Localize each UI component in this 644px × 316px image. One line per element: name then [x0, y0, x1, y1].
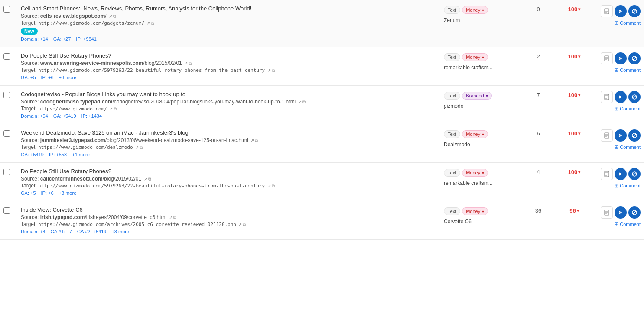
external-link-icon[interactable]: ↗: [135, 145, 139, 150]
score-dropdown-icon[interactable]: ▾: [577, 208, 579, 213]
row-checkbox[interactable]: [3, 207, 10, 214]
meta-item[interactable]: GA #2: +5419: [77, 229, 107, 234]
text-tag[interactable]: Text: [444, 6, 460, 14]
copy-icon[interactable]: ⧉: [173, 215, 176, 220]
send-button[interactable]: [615, 206, 627, 219]
block-button[interactable]: [628, 206, 641, 219]
dropdown-arrow-icon[interactable]: ▾: [482, 171, 484, 175]
external-link-icon[interactable]: ↗: [184, 61, 188, 66]
comment-link[interactable]: ⊞ Comment: [614, 20, 641, 26]
document-button[interactable]: [601, 168, 613, 180]
dropdown-arrow-icon[interactable]: ▾: [486, 94, 488, 98]
meta-item[interactable]: IP: +6: [41, 75, 54, 80]
send-button[interactable]: [615, 52, 627, 64]
meta-item[interactable]: +3 more: [59, 75, 77, 80]
copy-icon[interactable]: ⧉: [243, 222, 246, 227]
send-button[interactable]: [615, 168, 627, 180]
send-button[interactable]: [615, 5, 627, 17]
branded-tag[interactable]: Branded▾: [462, 92, 492, 100]
score-dropdown-icon[interactable]: ▾: [578, 7, 580, 12]
copy-icon[interactable]: ⧉: [272, 68, 275, 73]
text-tag[interactable]: Text: [444, 92, 460, 100]
dropdown-arrow-icon[interactable]: ▾: [482, 8, 484, 13]
text-tag[interactable]: Text: [444, 169, 460, 177]
score-dropdown-icon[interactable]: ▾: [578, 54, 580, 59]
external-link-icon[interactable]: ↗: [144, 177, 147, 181]
document-button[interactable]: [601, 206, 613, 219]
score-dropdown-icon[interactable]: ▾: [578, 170, 580, 174]
external-link-icon[interactable]: ↗: [109, 106, 113, 111]
block-button[interactable]: [628, 5, 641, 17]
document-button[interactable]: [601, 5, 613, 17]
money-tag[interactable]: Money▾: [462, 53, 488, 61]
text-tag[interactable]: Text: [444, 130, 460, 138]
dropdown-arrow-icon[interactable]: ▾: [482, 55, 484, 60]
block-button[interactable]: [628, 129, 641, 142]
meta-item[interactable]: +3 more: [59, 190, 77, 196]
meta-item[interactable]: IP: +1434: [81, 113, 102, 119]
row-checkbox[interactable]: [3, 53, 10, 60]
score-value[interactable]: 96 ▾: [555, 207, 594, 214]
document-button[interactable]: [601, 91, 613, 103]
score-value[interactable]: 100 ▾: [555, 53, 594, 60]
copy-icon[interactable]: ⧉: [189, 61, 192, 66]
copy-icon[interactable]: ⧉: [140, 145, 143, 150]
external-link-icon[interactable]: ↗: [298, 100, 302, 104]
copy-icon[interactable]: ⧉: [272, 184, 275, 188]
comment-link[interactable]: ⊞ Comment: [614, 67, 641, 73]
row-checkbox[interactable]: [3, 6, 10, 13]
money-tag[interactable]: Money▾: [462, 169, 488, 177]
send-button[interactable]: [615, 129, 627, 142]
money-tag[interactable]: Money▾: [462, 130, 488, 138]
comment-link[interactable]: ⊞ Comment: [614, 144, 641, 150]
comment-link[interactable]: ⊞ Comment: [614, 183, 641, 189]
meta-item[interactable]: IP: +9841: [76, 36, 96, 42]
meta-item[interactable]: +1 more: [72, 152, 90, 157]
comment-link[interactable]: ⊞ Comment: [614, 106, 641, 112]
text-tag[interactable]: Text: [444, 53, 460, 61]
score-dropdown-icon[interactable]: ▾: [578, 131, 580, 136]
score-dropdown-icon[interactable]: ▾: [578, 93, 580, 97]
row-checkbox[interactable]: [3, 169, 10, 175]
meta-item[interactable]: Domain: +94: [21, 113, 48, 119]
document-button[interactable]: [601, 129, 613, 142]
meta-item[interactable]: GA: +5419: [21, 152, 44, 157]
meta-item[interactable]: Domain: +14: [21, 36, 48, 42]
copy-icon[interactable]: ⧉: [113, 14, 116, 19]
meta-item[interactable]: GA: +5: [21, 190, 36, 196]
score-value[interactable]: 100 ▾: [555, 169, 594, 175]
external-link-icon[interactable]: ↗: [146, 21, 150, 26]
meta-item[interactable]: GA: +27: [53, 36, 71, 42]
comment-link[interactable]: ⊞ Comment: [614, 221, 641, 227]
score-value[interactable]: 100 ▾: [555, 92, 594, 98]
score-value[interactable]: 100 ▾: [555, 6, 594, 13]
external-link-icon[interactable]: ↗: [169, 215, 172, 220]
external-link-icon[interactable]: ↗: [250, 138, 254, 143]
block-button[interactable]: [628, 52, 641, 64]
copy-icon[interactable]: ⧉: [255, 138, 258, 143]
send-button[interactable]: [615, 91, 627, 103]
money-tag[interactable]: Money▾: [462, 6, 488, 14]
meta-item[interactable]: GA: +5: [21, 75, 36, 80]
meta-item[interactable]: +3 more: [111, 229, 129, 234]
copy-icon[interactable]: ⧉: [114, 106, 117, 111]
dropdown-arrow-icon[interactable]: ▾: [482, 209, 484, 214]
copy-icon[interactable]: ⧉: [148, 177, 151, 181]
row-checkbox[interactable]: [3, 130, 10, 137]
money-tag[interactable]: Money▾: [462, 207, 488, 215]
copy-icon[interactable]: ⧉: [151, 21, 154, 26]
row-checkbox[interactable]: [3, 92, 10, 98]
meta-item[interactable]: GA #1: +7: [51, 229, 72, 234]
external-link-icon[interactable]: ↗: [267, 68, 271, 73]
score-value[interactable]: 100 ▾: [555, 130, 594, 137]
external-link-icon[interactable]: ↗: [238, 222, 242, 227]
external-link-icon[interactable]: ↗: [109, 14, 112, 19]
text-tag[interactable]: Text: [444, 207, 460, 215]
block-button[interactable]: [628, 168, 641, 180]
dropdown-arrow-icon[interactable]: ▾: [482, 132, 484, 137]
copy-icon[interactable]: ⧉: [302, 100, 306, 104]
meta-item[interactable]: Domain: +4: [21, 229, 46, 234]
meta-item[interactable]: IP: +553: [49, 152, 67, 157]
block-button[interactable]: [628, 91, 641, 103]
external-link-icon[interactable]: ↗: [267, 184, 271, 188]
